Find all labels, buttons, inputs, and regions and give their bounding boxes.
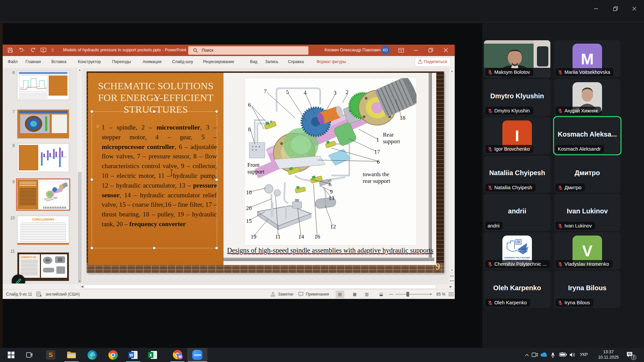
language-tray[interactable]: УКР xyxy=(580,352,588,357)
close-ppt-icon[interactable] xyxy=(443,48,448,53)
customize-qat-icon[interactable] xyxy=(51,47,55,53)
edge-icon[interactable] xyxy=(85,348,100,362)
thumb-number: 6 xyxy=(7,70,15,75)
onedrive-icon[interactable] xyxy=(540,352,548,357)
participant-tile[interactable]: VVladyslav Hromenko xyxy=(554,232,621,269)
tab-slideshow[interactable]: Слайд-шоу xyxy=(172,56,193,68)
participant-tile[interactable]: Iryna BilousIryna Bilous xyxy=(554,271,621,308)
slide-scrollbar[interactable]: ▲ ▼ ⏶⏶ ⏷⏷ xyxy=(449,68,455,283)
participant-tile[interactable]: Ivan LukinovIvan Lukinov xyxy=(554,194,621,231)
participant-name-pill: Андрій Хижняк xyxy=(555,107,601,115)
slide-thumbnail-7[interactable] xyxy=(17,109,69,139)
participant-tile[interactable]: Oleh KarpenkoOleh Karpenko xyxy=(484,271,550,308)
slide-thumbnail-9[interactable] xyxy=(17,179,69,210)
slide-diagram-image[interactable]: 754326818117669131020151911141612Rear su… xyxy=(245,78,416,245)
chrome-icon[interactable] xyxy=(105,348,121,362)
slideshow-button[interactable]: ⬓ xyxy=(377,291,386,298)
save-icon[interactable] xyxy=(7,47,13,53)
restore-ppt-icon[interactable] xyxy=(428,48,433,53)
undo-icon[interactable] xyxy=(18,47,24,53)
file-explorer-icon[interactable] xyxy=(64,348,79,362)
tab-view[interactable]: Вид xyxy=(250,56,257,68)
participant-tile[interactable]: IIgor Brovchenko xyxy=(484,117,550,154)
annotation-pencil-button[interactable] xyxy=(12,274,25,283)
close-window-icon[interactable] xyxy=(632,6,637,11)
zoom-slider-handle[interactable] xyxy=(406,292,409,297)
share-button[interactable]: Поделиться xyxy=(415,57,451,66)
microphone-tray-icon[interactable] xyxy=(551,352,555,358)
speaker-icon[interactable] xyxy=(569,352,576,357)
participant-name: Oleh Karpenko xyxy=(484,284,550,292)
tab-design[interactable]: Конструктор xyxy=(78,56,101,68)
tray-expand-icon[interactable] xyxy=(525,353,529,357)
spellcheck-icon[interactable] xyxy=(36,292,42,297)
participant-tile[interactable]: Андрій Хижняк xyxy=(554,79,621,116)
zoom-slider[interactable] xyxy=(395,294,432,295)
search-box[interactable]: Поиск xyxy=(188,46,308,55)
zoom-app-icon[interactable]: zoom xyxy=(187,348,207,362)
battery-icon[interactable] xyxy=(559,352,567,357)
reading-view-button[interactable]: ▥ xyxy=(362,291,371,298)
tab-record[interactable]: Запись xyxy=(265,56,278,68)
participant-tile[interactable]: ДмитроДмитро xyxy=(554,156,621,193)
slide-caption[interactable]: Designs of high-speed spindle assemblies… xyxy=(226,247,434,255)
redo-icon[interactable] xyxy=(30,47,36,53)
participant-tile[interactable]: andriiandrii xyxy=(484,194,550,231)
diagram-label: 8 xyxy=(248,126,251,133)
diagram-label: 19 xyxy=(251,234,256,240)
notes-button[interactable]: Заметки xyxy=(278,292,293,297)
slide-thumbnail-6[interactable] xyxy=(17,70,69,100)
camera-tray-icon[interactable] xyxy=(532,352,538,357)
account-avatar[interactable]: КО xyxy=(381,46,390,54)
thumb-number: 10 xyxy=(7,216,15,220)
clock[interactable]: 13:37 10.11.2025 xyxy=(592,349,625,360)
diagram-label: Front support xyxy=(247,162,264,175)
tab-review[interactable]: Рецензирование xyxy=(203,56,234,68)
zoom-level[interactable]: 85 % xyxy=(436,292,445,297)
thumbnail-scrollbar[interactable]: ▲ ▼ xyxy=(77,68,82,283)
tab-help[interactable]: Справка xyxy=(288,56,304,68)
diagram-label: 10 xyxy=(246,189,252,196)
language-indicator[interactable]: английский (США) xyxy=(46,292,80,297)
normal-view-button[interactable]: ▤ xyxy=(336,291,344,298)
start-button[interactable] xyxy=(3,348,19,362)
task-view-button[interactable] xyxy=(21,348,37,362)
minimize-ppt-icon[interactable] xyxy=(413,49,418,52)
zoom-in-button[interactable]: + xyxy=(430,292,432,297)
restore-window-icon[interactable] xyxy=(613,6,618,11)
start-slideshow-icon[interactable] xyxy=(41,47,46,53)
thumb-number: 7 xyxy=(7,109,15,114)
slide-thumbnail-8[interactable] xyxy=(17,143,69,172)
participant-tile[interactable]: Maksym Bolotov xyxy=(484,40,550,77)
horizontal-scrollbar[interactable]: ◀ ▶ xyxy=(3,283,455,289)
participant-tile[interactable]: Dmytro KlyushinDmytro Klyushin xyxy=(484,79,550,116)
minimize-window-icon[interactable] xyxy=(593,6,599,11)
sublime-icon[interactable]: S xyxy=(43,348,58,362)
rotate-handle[interactable]: ⟳ xyxy=(154,96,161,103)
slide-sorter-button[interactable]: ▦ xyxy=(350,291,359,298)
participant-tile[interactable]: Kosmach Aleksa...Kosmach Aleksandr xyxy=(554,117,621,154)
participant-tile[interactable]: MMariia Voitsekhovska xyxy=(554,40,621,77)
participant-tile[interactable]: Nataliia ChyipeshNataliia Chyipesh xyxy=(484,156,550,193)
comments-button[interactable]: Примечания xyxy=(306,292,329,297)
excel-icon[interactable]: X xyxy=(145,348,160,362)
word-icon[interactable]: W xyxy=(126,348,141,362)
fit-slide-icon[interactable] xyxy=(448,292,454,297)
chrome-profile-icon[interactable]: M xyxy=(170,348,185,362)
slide-body-text[interactable]: 1 – spindle, 2 – microcontroller, 3 – st… xyxy=(102,123,217,229)
tab-insert[interactable]: Вставка xyxy=(51,56,66,68)
participant-name: Iryna Bilous xyxy=(554,284,621,292)
notification-icon[interactable]: 2 xyxy=(626,351,634,359)
tab-transitions[interactable]: Переходы xyxy=(112,56,131,68)
participant-tile[interactable]: CHERNIHIV POLYTECHNIC NATIONAL UNIVERSIT… xyxy=(484,232,550,269)
tab-home[interactable]: Главная xyxy=(26,56,41,68)
tab-shape-format[interactable]: Формат фигуры xyxy=(316,56,346,68)
tab-file[interactable]: Файл xyxy=(8,56,18,68)
tab-animations[interactable]: Анимация xyxy=(143,56,161,68)
slide-thumbnail-10[interactable]: CONCLUSIONS xyxy=(17,216,69,245)
ribbon-tabs: Файл Главная Вставка Конструктор Переход… xyxy=(3,56,455,68)
slide-editor[interactable]: SCHEMATIC SOLUTIONS FOR ENERGY-EFFICIENT… xyxy=(87,71,444,273)
participant-name-pill: Chernihiv Polytechnic ... xyxy=(485,260,550,268)
ribbon-display-options-icon[interactable] xyxy=(398,48,404,53)
zoom-out-button[interactable]: — xyxy=(389,292,393,297)
